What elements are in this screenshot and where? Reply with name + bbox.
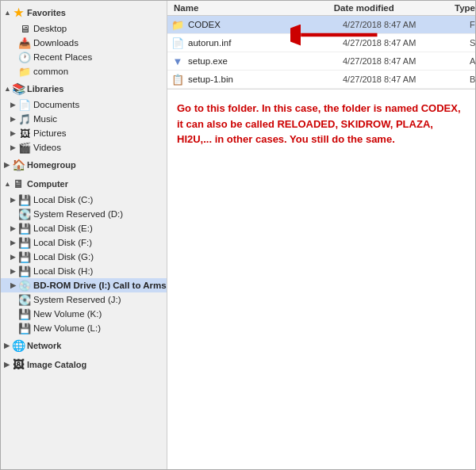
favorites-arrow: ▲ <box>4 9 12 17</box>
sidebar: ▲ ★ Favorites 🖥 Desktop 📥 Downloads 🕐 Re… <box>1 1 167 469</box>
homegroup-icon: 🏠 <box>12 159 25 171</box>
codex-type: File f <box>470 20 475 29</box>
main-panel: Name Date modified Type 📁 CODEX 4/27/201… <box>167 1 475 469</box>
sidebar-item-common[interactable]: 📁 common <box>1 64 167 78</box>
sidebar-item-system-j[interactable]: 💽 System Reserved (J:) <box>1 292 167 307</box>
file-row-bin[interactable]: 📋 setup-1.bin 4/27/2018 8:47 AM BIN f <box>167 71 475 89</box>
imagecatalog-section: ▶ 🖼 Image Catalog <box>1 356 167 373</box>
network-icon: 🌐 <box>12 339 25 352</box>
sidebar-item-documents[interactable]: ▶ 📄 Documents <box>1 97 167 112</box>
sidebar-item-local-f[interactable]: ▶ 💾 Local Disk (F:) <box>1 235 167 250</box>
common-icon: 📁 <box>18 65 31 78</box>
favorites-section: ▲ ★ Favorites 🖥 Desktop 📥 Downloads 🕐 Re… <box>1 4 167 78</box>
file-row-setup[interactable]: ▼ setup.exe 4/27/2018 8:47 AM Appli <box>167 52 475 71</box>
file-list-area: 📁 CODEX 4/27/2018 8:47 AM File f 📄 autor… <box>167 16 475 90</box>
system-j-icon: 💽 <box>18 293 31 306</box>
system-d-icon: 💽 <box>18 208 31 220</box>
imagecatalog-icon: 🖼 <box>12 358 25 371</box>
sidebar-item-local-h[interactable]: ▶ 💾 Local Disk (H:) <box>1 264 167 278</box>
setup-type: Appli <box>470 56 475 66</box>
network-section: ▶ 🌐 Network <box>1 337 167 354</box>
favorites-icon: ★ <box>12 6 25 19</box>
sidebar-item-downloads[interactable]: 📥 Downloads <box>1 36 167 50</box>
sidebar-item-desktop[interactable]: 🖥 Desktop <box>1 21 167 36</box>
libraries-label: Libraries <box>27 84 163 94</box>
sidebar-item-local-c[interactable]: ▶ 💾 Local Disk (C:) <box>1 193 167 207</box>
network-arrow: ▶ <box>4 342 12 350</box>
local-e-icon: 💾 <box>18 222 31 235</box>
bin-type: BIN f <box>470 75 475 84</box>
autorun-type: Setup <box>470 38 475 48</box>
sidebar-item-videos[interactable]: ▶ 🎬 Videos <box>1 140 167 155</box>
red-arrow-indicator <box>290 21 386 49</box>
imagecatalog-header[interactable]: ▶ 🖼 Image Catalog <box>1 356 167 373</box>
network-label: Network <box>27 341 163 350</box>
documents-icon: 📄 <box>18 98 31 111</box>
homegroup-label: Homegroup <box>27 160 163 170</box>
file-header: Name Date modified Type <box>167 1 475 16</box>
bin-icon: 📋 <box>171 72 185 86</box>
imagecatalog-label: Image Catalog <box>27 360 163 369</box>
sidebar-item-new-k[interactable]: 💾 New Volume (K:) <box>1 307 167 321</box>
setup-date: 4/27/2018 8:47 AM <box>343 56 470 66</box>
sidebar-item-pictures[interactable]: ▶ 🖼 Pictures <box>1 126 167 140</box>
imagecatalog-arrow: ▶ <box>4 361 12 369</box>
bin-name: setup-1.bin <box>188 75 343 84</box>
local-f-icon: 💾 <box>18 236 31 249</box>
homegroup-section: ▶ 🏠 Homegroup <box>1 156 167 174</box>
downloads-icon: 📥 <box>18 36 31 49</box>
homegroup-header[interactable]: ▶ 🏠 Homegroup <box>1 156 167 174</box>
setup-name: setup.exe <box>188 56 343 66</box>
sidebar-item-local-e[interactable]: ▶ 💾 Local Disk (E:) <box>1 221 167 235</box>
autorun-icon: 📄 <box>171 36 185 50</box>
videos-icon: 🎬 <box>18 141 31 154</box>
local-g-icon: 💾 <box>18 250 31 263</box>
setup-icon: ▼ <box>171 54 185 68</box>
codex-folder-icon: 📁 <box>171 17 185 32</box>
libraries-header[interactable]: ▲ 📚 Libraries <box>1 80 167 97</box>
sidebar-item-bdrom[interactable]: ▶ 💿 BD-ROM Drive (I:) Call to Arms <box>1 278 167 292</box>
computer-arrow: ▲ <box>4 180 12 188</box>
libraries-arrow: ▲ <box>4 85 12 93</box>
annotation-text: Go to this folder. In this case, the fol… <box>167 90 475 154</box>
desktop-icon: 🖥 <box>18 22 31 35</box>
favorites-header[interactable]: ▲ ★ Favorites <box>1 4 167 21</box>
libraries-icon: 📚 <box>12 82 25 95</box>
new-l-icon: 💾 <box>18 322 31 334</box>
sidebar-item-system-d[interactable]: 💽 System Reserved (D:) <box>1 207 167 221</box>
recent-places-icon: 🕐 <box>18 51 31 63</box>
pictures-icon: 🖼 <box>18 127 31 139</box>
sidebar-item-local-g[interactable]: ▶ 💾 Local Disk (G:) <box>1 250 167 264</box>
computer-section: ▲ 🖥 Computer ▶ 💾 Local Disk (C:) 💽 Syste… <box>1 175 167 335</box>
col-type-header: Type <box>455 3 475 13</box>
computer-icon: 🖥 <box>12 178 25 190</box>
network-header[interactable]: ▶ 🌐 Network <box>1 337 167 354</box>
favorites-label: Favorites <box>27 8 163 17</box>
local-c-icon: 💾 <box>18 193 31 206</box>
sidebar-item-new-l[interactable]: 💾 New Volume (L:) <box>1 321 167 335</box>
col-name-header: Name <box>167 3 334 13</box>
libraries-section: ▲ 📚 Libraries ▶ 📄 Documents ▶ 🎵 Music ▶ … <box>1 80 167 155</box>
bdrom-icon: 💿 <box>18 279 31 292</box>
computer-header[interactable]: ▲ 🖥 Computer <box>1 175 167 193</box>
sidebar-item-music[interactable]: ▶ 🎵 Music <box>1 112 167 126</box>
computer-label: Computer <box>27 179 163 189</box>
music-icon: 🎵 <box>18 113 31 125</box>
homegroup-arrow: ▶ <box>4 161 12 169</box>
local-h-icon: 💾 <box>18 265 31 277</box>
sidebar-item-recent-places[interactable]: 🕐 Recent Places <box>1 50 167 64</box>
new-k-icon: 💾 <box>18 308 31 320</box>
col-date-header: Date modified <box>334 3 455 13</box>
bin-date: 4/27/2018 8:47 AM <box>343 75 470 84</box>
